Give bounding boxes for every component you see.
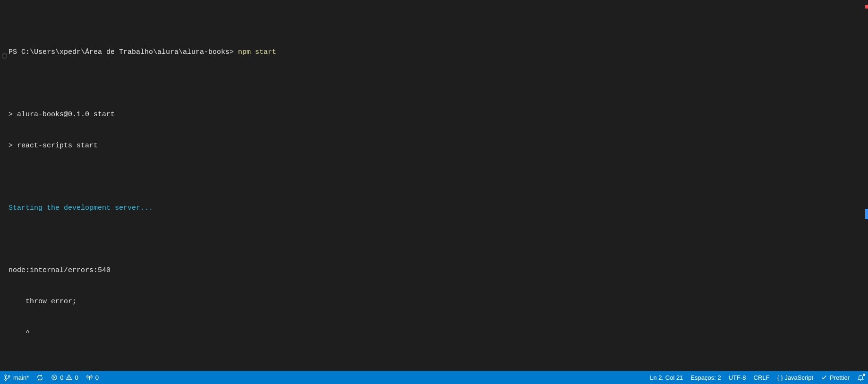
- notifications-button[interactable]: [853, 371, 868, 384]
- cursor-position[interactable]: Ln 2, Col 21: [646, 371, 687, 384]
- svg-point-1: [5, 379, 6, 380]
- error-line: throw error;: [9, 297, 868, 307]
- language-mode[interactable]: { } JavaScript: [773, 371, 817, 384]
- source-control-icon: [4, 374, 11, 381]
- svg-point-5: [89, 376, 90, 377]
- svg-point-0: [5, 375, 6, 376]
- overview-ruler-selection-icon: [865, 209, 868, 219]
- radio-tower-icon: [86, 374, 93, 381]
- error-line: ^: [9, 328, 868, 338]
- error-line: node:internal/errors:540: [9, 265, 868, 276]
- warning-icon: [66, 374, 72, 381]
- check-icon: [821, 374, 827, 381]
- overview-ruler-error-icon: [865, 5, 868, 9]
- git-branch-item[interactable]: main*: [0, 371, 33, 384]
- script-line: > react-scripts start: [9, 141, 868, 151]
- terminal-panel[interactable]: PS C:\Users\xpedr\Área de Trabalho\alura…: [0, 0, 868, 371]
- error-icon: [51, 374, 58, 381]
- error-count: 0: [60, 374, 63, 381]
- command: npm start: [238, 48, 276, 56]
- terminal-line: PS C:\Users\xpedr\Área de Trabalho\alura…: [9, 47, 868, 58]
- ports-item[interactable]: 0: [82, 371, 102, 384]
- status-bar: main* 0 0: [0, 371, 868, 384]
- encoding-item[interactable]: UTF-8: [725, 371, 750, 384]
- branch-name: main*: [13, 374, 29, 381]
- svg-point-2: [9, 375, 10, 377]
- prettier-item[interactable]: Prettier: [817, 371, 853, 384]
- indentation-item[interactable]: Espaços: 2: [687, 371, 724, 384]
- gutter-decoration-icon: [2, 53, 7, 59]
- cwd: C:\Users\xpedr\Área de Trabalho\alura\al…: [21, 48, 230, 56]
- ps-prompt: PS: [9, 48, 21, 56]
- sync-button[interactable]: [33, 371, 47, 384]
- ports-count: 0: [95, 374, 99, 381]
- problems-item[interactable]: 0 0: [47, 371, 82, 384]
- starting-server-line: Starting the development server...: [9, 203, 868, 213]
- sync-icon: [36, 374, 43, 381]
- eol-item[interactable]: CRLF: [750, 371, 774, 384]
- bell-icon: [857, 374, 864, 381]
- svg-point-4: [69, 379, 69, 379]
- script-line: > alura-books@0.1.0 start: [9, 110, 868, 120]
- warning-count: 0: [75, 374, 78, 381]
